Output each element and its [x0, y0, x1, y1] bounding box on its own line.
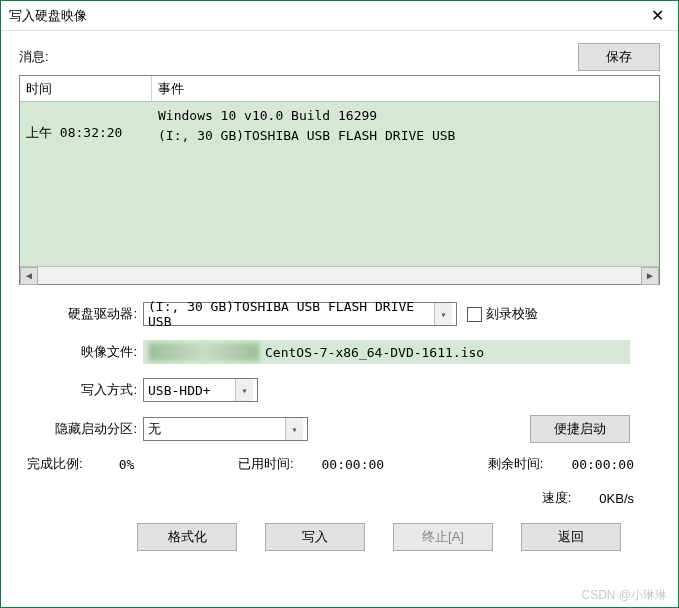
scroll-left-icon[interactable]: ◄ — [20, 267, 38, 285]
write-mode-label: 写入方式: — [27, 381, 143, 399]
drive-label: 硬盘驱动器: — [27, 305, 143, 323]
abort-button: 终止[A] — [393, 523, 493, 551]
log-time: 上午 08:32:20 — [20, 102, 152, 145]
message-label: 消息: — [19, 48, 578, 66]
hide-partition-label: 隐藏启动分区: — [27, 420, 143, 438]
verify-label: 刻录校验 — [486, 305, 538, 323]
verify-checkbox[interactable] — [467, 307, 482, 322]
log-panel: 时间 事件 上午 08:32:20 Windows 10 v10.0 Build… — [19, 75, 660, 285]
format-button[interactable]: 格式化 — [137, 523, 237, 551]
done-pct-label: 完成比例: — [27, 455, 83, 473]
horizontal-scrollbar[interactable]: ◄ ► — [20, 266, 659, 284]
titlebar: 写入硬盘映像 ✕ — [1, 1, 678, 31]
chevron-down-icon: ▾ — [285, 418, 303, 440]
dialog-window: 写入硬盘映像 ✕ 消息: 保存 时间 事件 上午 08:32:20 Window… — [0, 0, 679, 608]
speed-label: 速度: — [542, 489, 572, 507]
drive-value: (I:, 30 GB)TOSHIBA USB FLASH DRIVE USB — [148, 299, 434, 329]
scroll-right-icon[interactable]: ► — [641, 267, 659, 285]
hide-partition-select[interactable]: 无 ▾ — [143, 417, 308, 441]
chevron-down-icon: ▾ — [434, 303, 452, 325]
log-header: 时间 事件 — [20, 76, 659, 102]
log-body: 上午 08:32:20 Windows 10 v10.0 Build 16299… — [20, 102, 659, 266]
done-pct-value: 0% — [119, 457, 135, 472]
image-file-field[interactable]: CentOS-7-x86_64-DVD-1611.iso — [143, 340, 630, 364]
verify-checkbox-wrap[interactable]: 刻录校验 — [467, 305, 538, 323]
save-button[interactable]: 保存 — [578, 43, 660, 71]
log-event: Windows 10 v10.0 Build 16299 (I:, 30 GB)… — [152, 102, 659, 145]
write-button[interactable]: 写入 — [265, 523, 365, 551]
drive-select[interactable]: (I:, 30 GB)TOSHIBA USB FLASH DRIVE USB ▾ — [143, 302, 457, 326]
log-row[interactable]: 上午 08:32:20 Windows 10 v10.0 Build 16299… — [20, 102, 659, 145]
close-icon[interactable]: ✕ — [645, 6, 670, 25]
window-title: 写入硬盘映像 — [9, 7, 645, 25]
write-mode-value: USB-HDD+ — [148, 383, 235, 398]
remain-label: 剩余时间: — [488, 455, 544, 473]
log-header-time[interactable]: 时间 — [20, 76, 152, 101]
back-button[interactable]: 返回 — [521, 523, 621, 551]
speed-value: 0KB/s — [599, 491, 634, 506]
chevron-down-icon: ▾ — [235, 379, 253, 401]
hide-partition-value: 无 — [148, 420, 285, 438]
elapsed-value: 00:00:00 — [322, 457, 385, 472]
image-file-label: 映像文件: — [27, 343, 143, 361]
quick-boot-button[interactable]: 便捷启动 — [530, 415, 630, 443]
log-header-event[interactable]: 事件 — [152, 80, 659, 98]
elapsed-label: 已用时间: — [238, 455, 294, 473]
redacted-path — [149, 343, 259, 361]
write-mode-select[interactable]: USB-HDD+ ▾ — [143, 378, 258, 402]
remain-value: 00:00:00 — [571, 457, 634, 472]
image-file-value: CentOS-7-x86_64-DVD-1611.iso — [265, 345, 484, 360]
